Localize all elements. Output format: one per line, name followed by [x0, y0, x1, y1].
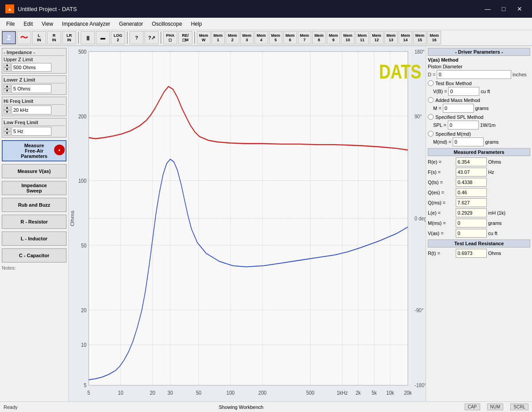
toolbar-mem4-btn[interactable]: Mem4 [254, 31, 268, 44]
menu-oscilloscope[interactable]: Oscilloscope [148, 19, 187, 29]
added-mass-radio[interactable] [428, 97, 434, 103]
toolbar-mem1-btn[interactable]: Mem1 [211, 31, 225, 44]
le-input[interactable] [456, 208, 487, 217]
d-input[interactable] [437, 70, 511, 79]
maximize-button[interactable]: □ [497, 4, 511, 13]
rt-row: R(t) = Ohms [428, 249, 530, 258]
svg-text:50: 50 [196, 389, 201, 396]
fs-label: F(s) = [428, 169, 454, 175]
toolbar-wave-btn[interactable]: 〜 [17, 31, 31, 44]
toolbar-impedance-btn[interactable]: Z [2, 31, 16, 44]
lower-z-up[interactable]: ▲ [4, 84, 11, 89]
toolbar-mem12-btn[interactable]: Mem12 [370, 31, 383, 44]
hi-freq-input[interactable] [12, 106, 51, 114]
toolbar-lin-btn[interactable]: LIN [32, 31, 46, 44]
piston-diameter-label: Piston Diameter [428, 64, 530, 69]
impedance-sweep-btn[interactable]: ImpedanceSweep [2, 181, 66, 195]
toolbar-bars-btn[interactable]: ||| [81, 31, 95, 44]
toolbar-pha-btn[interactable]: PHA◻ [163, 31, 177, 44]
scrl-indicator: SCRL [510, 404, 528, 410]
r-resistor-btn[interactable]: R - Resistor [2, 215, 66, 229]
spec-md-radio[interactable] [428, 131, 434, 137]
spec-spl-radio[interactable] [428, 114, 434, 120]
mms-input[interactable] [456, 219, 487, 228]
fs-input[interactable] [456, 168, 487, 177]
toolbar-mem13-btn[interactable]: Mem13 [384, 31, 398, 44]
toolbar-memw-btn[interactable]: MemW [197, 31, 211, 44]
upper-z-down[interactable]: ▼ [4, 67, 11, 72]
toolbar-mem9-btn[interactable]: Mem9 [327, 31, 340, 44]
spl-input[interactable] [448, 121, 479, 129]
toolbar-mem10-btn[interactable]: Mem10 [341, 31, 355, 44]
svg-text:5k: 5k [372, 389, 377, 396]
svg-text:0 deg: 0 deg [415, 215, 426, 222]
menu-edit[interactable]: Edit [19, 19, 37, 29]
qms-row: Q(ms) = [428, 198, 530, 207]
toolbar-mem3-btn[interactable]: Mem3 [240, 31, 254, 44]
qms-label: Q(ms) = [428, 200, 454, 205]
qes-input[interactable] [456, 188, 487, 197]
upper-z-input[interactable] [12, 63, 51, 72]
svg-text:500: 500 [78, 48, 87, 55]
measure-vas-btn[interactable]: Measure V(as) [2, 164, 66, 178]
toolbar-mem11-btn[interactable]: Mem11 [356, 31, 369, 44]
lower-z-down[interactable]: ▼ [4, 89, 11, 93]
toolbar-lrin-btn[interactable]: LRIN [62, 31, 76, 44]
spl-unit: 1W/1m [480, 122, 496, 128]
rt-label: R(t) = [428, 251, 454, 256]
low-freq-up[interactable]: ▲ [4, 127, 11, 131]
m-input[interactable] [443, 104, 474, 113]
hi-freq-up[interactable]: ▲ [4, 106, 11, 110]
toolbar-log-btn[interactable]: LOG2 [111, 31, 125, 44]
mmd-row: M(md) = grams [428, 137, 530, 146]
toolbar-mem15-btn[interactable]: Mem15 [413, 31, 427, 44]
chart-area: 500 200 100 50 20 10 5 Ohms 5 10 20 30 5… [69, 46, 426, 401]
svg-text:20: 20 [150, 389, 155, 396]
upper-z-up[interactable]: ▲ [4, 63, 11, 67]
vb-input[interactable] [448, 87, 479, 96]
toolbar-mem8-btn[interactable]: Mem8 [312, 31, 326, 44]
minimize-button[interactable]: — [481, 4, 495, 13]
toolbar-help-btn[interactable]: ? [129, 31, 144, 44]
qts-input[interactable] [456, 178, 487, 187]
svg-text:1kHz: 1kHz [336, 389, 348, 396]
qms-input[interactable] [456, 198, 487, 207]
toolbar-mem16-btn[interactable]: Mem16 [427, 31, 441, 44]
c-capacitor-btn[interactable]: C - Capacitor [2, 248, 66, 263]
measure-free-air-btn[interactable]: MeasureFree-AirParameters ● [2, 140, 66, 161]
rt-input[interactable] [456, 249, 487, 258]
test-box-radio[interactable] [428, 80, 434, 86]
toolbar-rem-btn[interactable]: RE/◻M [178, 31, 192, 44]
re-row: R(e) = Ohms [428, 157, 530, 166]
low-freq-input[interactable] [12, 127, 51, 136]
menu-generator[interactable]: Generator [115, 19, 148, 29]
main-content: - Impedance - Upper Z Limit ▲ ▼ Lower Z … [0, 46, 532, 401]
toolbar-mem6-btn[interactable]: Mem6 [283, 31, 297, 44]
toolbar-block-btn[interactable]: ▬ [96, 31, 110, 44]
menu-impedance-analyzer[interactable]: Impedance Analyzer [58, 19, 115, 29]
close-button[interactable]: ✕ [512, 4, 527, 13]
svg-text:30: 30 [168, 389, 173, 396]
vas-input[interactable] [456, 229, 487, 238]
toolbar-help2-btn[interactable]: ?↗ [145, 31, 159, 44]
lower-z-input[interactable] [12, 84, 51, 93]
menu-file[interactable]: File [2, 19, 19, 29]
toolbar-mem2-btn[interactable]: Mem2 [226, 31, 239, 44]
svg-text:90°: 90° [415, 113, 422, 120]
toolbar-mem5-btn[interactable]: Mem5 [269, 31, 283, 44]
toolbar-rin-btn[interactable]: RIN [47, 31, 61, 44]
re-label: R(e) = [428, 159, 454, 165]
mmd-input[interactable] [453, 137, 484, 146]
menu-view[interactable]: View [37, 19, 58, 29]
status-ready: Ready [4, 404, 18, 410]
toolbar-mem14-btn[interactable]: Mem14 [399, 31, 412, 44]
re-input[interactable] [456, 157, 487, 166]
toolbar-mem7-btn[interactable]: Mem7 [298, 31, 312, 44]
window-title: Untitled Project - DATS [18, 6, 77, 12]
hi-freq-down[interactable]: ▼ [4, 110, 11, 114]
l-inductor-btn[interactable]: L - Inductor [2, 232, 66, 246]
menu-help[interactable]: Help [187, 19, 207, 29]
low-freq-down[interactable]: ▼ [4, 131, 11, 136]
rub-buzz-btn[interactable]: Rub and Buzz [2, 198, 66, 212]
impedance-group: - Impedance - Upper Z Limit ▲ ▼ [2, 48, 66, 74]
